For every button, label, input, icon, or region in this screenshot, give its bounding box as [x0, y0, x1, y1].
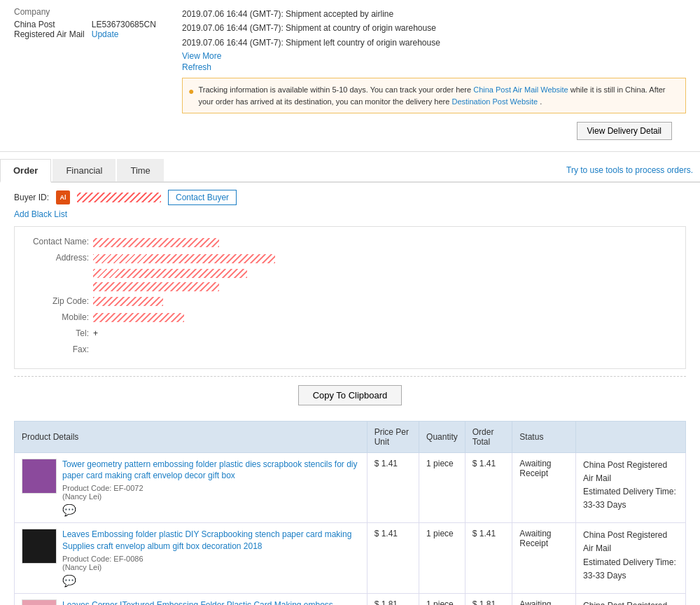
quantity-cell-1: 1 piece: [419, 523, 465, 594]
refresh-link[interactable]: Refresh: [182, 62, 686, 72]
price-cell-1: $ 1.41: [367, 523, 419, 594]
view-more-link[interactable]: View More: [182, 51, 686, 61]
carrier-name: China Post: [14, 20, 85, 29]
product-image-2: [22, 599, 57, 605]
add-blacklist-link[interactable]: Add Black List: [14, 209, 686, 219]
fax-label: Fax:: [26, 343, 89, 356]
product-seller-1: (Nancy Lei): [62, 563, 360, 571]
chat-icon-1[interactable]: 💬: [62, 574, 360, 587]
product-code-1: Product Code: EF-0086: [62, 555, 360, 563]
order-total-cell-0: $ 1.41: [465, 452, 512, 523]
col-status: Status: [512, 421, 576, 452]
contact-buyer-button[interactable]: Contact Buyer: [168, 190, 237, 205]
china-post-link[interactable]: China Post Air Mail Website: [473, 85, 568, 94]
col-price-per-unit: Price Per Unit: [367, 421, 419, 452]
status-cell-0: Awaiting Receipt: [512, 452, 576, 523]
product-table: Product Details Price Per Unit Quantity …: [14, 421, 686, 605]
tel-label: Tel:: [26, 327, 89, 340]
product-details-cell-1: Leaves Embossing folder plastic DIY Scra…: [15, 523, 368, 594]
col-shipping: [576, 421, 686, 452]
note-text: Tracking information is available within…: [198, 85, 471, 94]
col-quantity: Quantity: [419, 421, 465, 452]
company-label: Company: [14, 7, 168, 17]
order-total-cell-2: $ 1.81: [465, 593, 512, 605]
status-cell-2: Awaiting Receipt: [512, 593, 576, 605]
copy-clipboard-row: Copy To Clipboard: [14, 376, 686, 414]
price-cell-2: $ 1.81: [367, 593, 419, 605]
buyer-avatar: Al: [56, 190, 70, 204]
address-label: Address:: [26, 251, 89, 292]
contact-name-label: Contact Name:: [26, 235, 89, 249]
mail-type: Registered Air Mail: [14, 29, 85, 39]
view-delivery-button[interactable]: View Delivery Detail: [577, 122, 672, 140]
contact-name-value: [93, 235, 674, 249]
col-order-total: Order Total: [465, 421, 512, 452]
tracking-note: ● Tracking information is available with…: [182, 78, 686, 113]
table-row: Leaves Corner ITextured Embossing Folder…: [15, 593, 686, 605]
quantity-cell-0: 1 piece: [419, 452, 465, 523]
tab-financial[interactable]: Financial: [52, 159, 115, 181]
address-box: Contact Name: Address: Zip Code:: [14, 226, 686, 369]
product-name-link-0[interactable]: Tower geometry pattern embossing folder …: [62, 459, 360, 482]
fax-value: [93, 343, 674, 356]
product-code-0: Product Code: EF-0072: [62, 484, 360, 492]
price-cell-0: $ 1.41: [367, 452, 419, 523]
product-details-cell-0: Tower geometry pattern embossing folder …: [15, 452, 368, 523]
tracking-event-2: 2019.07.06 16:44 (GMT-7): Shipment at co…: [182, 21, 686, 35]
tracking-event-3: 2019.07.06 16:44 (GMT-7): Shipment left …: [182, 36, 686, 50]
note-text-end: .: [540, 97, 542, 106]
address-value: [93, 251, 674, 292]
tracking-events: 2019.07.06 16:44 (GMT-7): Shipment accep…: [182, 7, 686, 50]
product-details-cell-2: Leaves Corner ITextured Embossing Folder…: [15, 593, 368, 605]
zip-value: [93, 295, 674, 308]
product-seller-0: (Nancy Lei): [62, 492, 360, 501]
mobile-value: [93, 311, 674, 324]
product-image-0: [22, 459, 57, 494]
destination-post-link[interactable]: Destination Post Website: [451, 97, 538, 106]
tel-value: +: [93, 327, 674, 340]
status-cell-1: Awaiting Receipt: [512, 523, 576, 594]
update-link[interactable]: Update: [92, 29, 119, 39]
product-name-link-2[interactable]: Leaves Corner ITextured Embossing Folder…: [62, 599, 360, 605]
tracking-number: LE536730685CN: [92, 20, 156, 29]
product-image-1: [22, 529, 57, 564]
table-row: Leaves Embossing folder plastic DIY Scra…: [15, 523, 686, 594]
try-tools-link[interactable]: Try to use tools to process orders.: [566, 165, 693, 175]
copy-to-clipboard-button[interactable]: Copy To Clipboard: [298, 385, 402, 405]
shipping-cell-2: China Post Registered Air MailEstimated …: [576, 593, 686, 605]
order-total-cell-1: $ 1.41: [465, 523, 512, 594]
tabs-bar: Order Financial Time Try to use tools to…: [0, 159, 700, 183]
tracking-event-1: 2019.07.06 16:44 (GMT-7): Shipment accep…: [182, 7, 686, 21]
tab-order[interactable]: Order: [0, 159, 51, 183]
buyer-row: Buyer ID: Al Contact Buyer: [14, 190, 686, 205]
buyer-id-label: Buyer ID:: [14, 193, 49, 202]
table-row: Tower geometry pattern embossing folder …: [15, 452, 686, 523]
zip-label: Zip Code:: [26, 295, 89, 308]
chat-icon-0[interactable]: 💬: [62, 503, 360, 517]
tab-time[interactable]: Time: [117, 159, 163, 181]
quantity-cell-2: 1 piece: [419, 593, 465, 605]
mobile-label: Mobile:: [26, 311, 89, 324]
shipping-cell-0: China Post Registered Air MailEstimated …: [576, 452, 686, 523]
shipping-cell-1: China Post Registered Air MailEstimated …: [576, 523, 686, 594]
product-name-link-1[interactable]: Leaves Embossing folder plastic DIY Scra…: [62, 529, 360, 552]
col-product-details: Product Details: [15, 421, 368, 452]
note-dot-icon: ●: [188, 84, 194, 107]
buyer-name-redacted: [77, 193, 161, 202]
